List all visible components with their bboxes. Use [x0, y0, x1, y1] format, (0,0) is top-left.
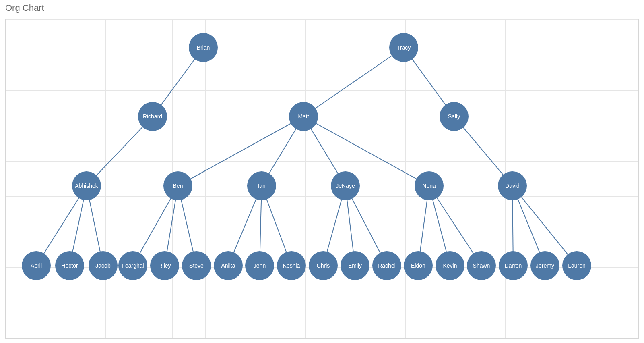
node-david[interactable]: David [498, 171, 527, 200]
node-jenn[interactable]: Jenn [245, 251, 274, 280]
node-sally[interactable]: Sally [440, 102, 469, 131]
node-label: Eldon [411, 262, 425, 269]
node-keshia[interactable]: Keshia [277, 251, 306, 280]
node-label: Nena [422, 183, 436, 189]
org-chart-svg: BrianTracyRichardMattSallyAbhishekBenIan… [6, 19, 638, 338]
node-richard[interactable]: Richard [138, 102, 167, 131]
node-darren[interactable]: Darren [499, 251, 528, 280]
edges [36, 48, 577, 266]
node-anika[interactable]: Anika [214, 251, 243, 280]
node-hector[interactable]: Hector [55, 251, 84, 280]
node-ian[interactable]: Ian [247, 171, 276, 200]
node-label: Darren [505, 262, 522, 269]
node-label: Abhishek [75, 183, 99, 189]
grid [6, 19, 638, 338]
node-label: Fearghal [122, 262, 144, 269]
node-tracy[interactable]: Tracy [389, 33, 418, 62]
node-label: Keshia [283, 262, 300, 269]
node-fearghal[interactable]: Fearghal [118, 251, 147, 280]
node-label: Jenn [254, 262, 266, 269]
node-shawn[interactable]: Shawn [467, 251, 496, 280]
node-riley[interactable]: Riley [150, 251, 179, 280]
node-matt[interactable]: Matt [289, 102, 318, 131]
node-label: Emily [348, 262, 362, 269]
node-label: Tracy [397, 44, 411, 51]
edge-matt-nena [303, 116, 429, 186]
node-ben[interactable]: Ben [163, 171, 192, 200]
node-label: Sally [448, 113, 460, 120]
node-chris[interactable]: Chris [309, 251, 338, 280]
node-steve[interactable]: Steve [182, 251, 211, 280]
node-label: Jeremy [536, 262, 554, 269]
node-label: Rachel [378, 262, 396, 269]
node-kevin[interactable]: Kevin [436, 251, 464, 280]
node-abhishek[interactable]: Abhishek [72, 171, 101, 200]
node-rachel[interactable]: Rachel [372, 251, 401, 280]
nodes: BrianTracyRichardMattSallyAbhishekBenIan… [22, 33, 591, 280]
node-nena[interactable]: Nena [415, 171, 444, 200]
node-brian[interactable]: Brian [189, 33, 218, 62]
node-label: Lauren [568, 262, 586, 269]
node-label: Jacob [95, 262, 111, 269]
org-chart-area: BrianTracyRichardMattSallyAbhishekBenIan… [5, 19, 639, 339]
node-label: Ben [173, 183, 183, 189]
node-eldon[interactable]: Eldon [404, 251, 433, 280]
node-label: JeNaye [336, 183, 355, 189]
node-jenaye[interactable]: JeNaye [331, 171, 360, 200]
node-lauren[interactable]: Lauren [562, 251, 591, 280]
node-label: Steve [189, 262, 204, 269]
node-label: Chris [317, 262, 330, 269]
panel-title: Org Chart [0, 0, 644, 17]
node-label: Kevin [443, 262, 457, 269]
node-label: Shawn [473, 262, 490, 269]
edge-matt-ben [178, 116, 303, 186]
node-label: Richard [143, 113, 162, 120]
node-label: April [31, 262, 42, 269]
node-label: Anika [221, 262, 235, 269]
node-label: Brian [197, 44, 210, 51]
node-jeremy[interactable]: Jeremy [530, 251, 559, 280]
node-label: David [505, 183, 520, 189]
panel: Org Chart BrianTracyRichardMattSallyAbhi… [0, 0, 644, 343]
node-label: Matt [298, 113, 309, 120]
node-april[interactable]: April [22, 251, 51, 280]
node-label: Hector [61, 262, 78, 269]
node-label: Ian [258, 183, 265, 189]
node-label: Riley [158, 262, 171, 269]
edge-tracy-matt [303, 48, 404, 116]
node-jacob[interactable]: Jacob [89, 251, 118, 280]
node-emily[interactable]: Emily [341, 251, 369, 280]
